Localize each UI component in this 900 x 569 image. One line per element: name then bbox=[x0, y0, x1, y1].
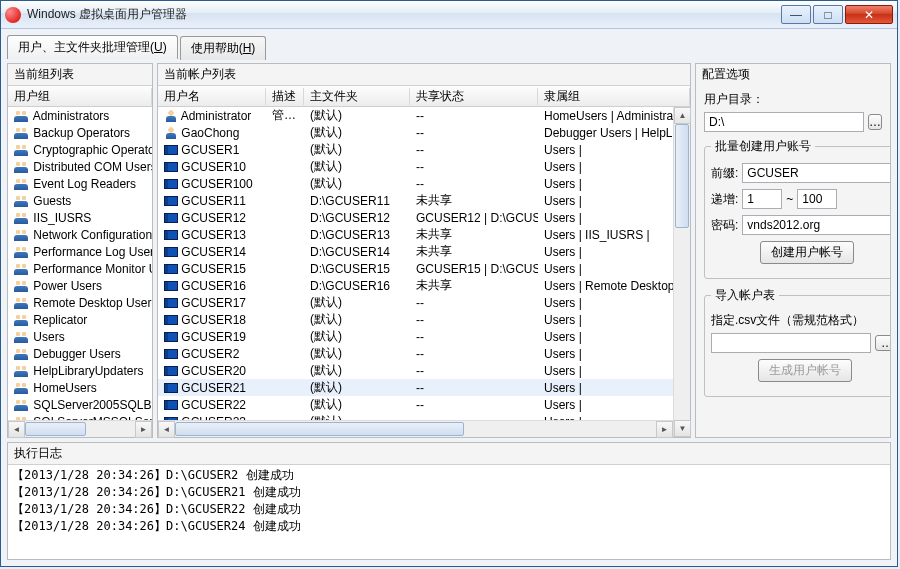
account-icon bbox=[164, 315, 178, 325]
userdir-label: 用户目录： bbox=[704, 91, 882, 108]
import-fieldset: 导入帐户表 指定.csv文件（需规范格式） … 生成用户帐号 bbox=[704, 287, 890, 397]
user-row[interactable]: GCUSER20(默认)--Users | bbox=[158, 362, 673, 379]
maximize-button[interactable]: □ bbox=[813, 5, 843, 24]
scroll-down-icon[interactable]: ▼ bbox=[674, 420, 691, 437]
user-row[interactable]: GCUSER13D:\GCUSER13未共享Users | IIS_IUSRS … bbox=[158, 226, 673, 243]
users-icon bbox=[14, 331, 30, 343]
prefix-label: 前缀: bbox=[711, 165, 738, 182]
browse-csv-button[interactable]: … bbox=[875, 335, 890, 351]
password-input[interactable] bbox=[742, 215, 890, 235]
app-icon bbox=[5, 7, 21, 23]
user-row[interactable]: GCUSER19(默认)--Users | bbox=[158, 328, 673, 345]
group-row[interactable]: Users bbox=[8, 328, 152, 345]
csv-label: 指定.csv文件（需规范格式） bbox=[711, 312, 890, 329]
col-username[interactable]: 用户名 bbox=[158, 88, 266, 105]
increment-label: 递增: bbox=[711, 191, 738, 208]
account-icon bbox=[164, 281, 178, 291]
scroll-up-icon[interactable]: ▲ bbox=[674, 107, 691, 124]
prefix-input[interactable] bbox=[742, 163, 890, 183]
users-icon bbox=[14, 229, 30, 241]
increment-to-input[interactable] bbox=[797, 189, 837, 209]
user-row[interactable]: GCUSER2(默认)--Users | bbox=[158, 345, 673, 362]
userdir-input[interactable] bbox=[704, 112, 864, 132]
group-row[interactable]: Administrators bbox=[8, 107, 152, 124]
user-row[interactable]: GCUSER10(默认)--Users | bbox=[158, 158, 673, 175]
scroll-h-left[interactable]: ◄ ► bbox=[8, 420, 152, 437]
group-row[interactable]: Guests bbox=[8, 192, 152, 209]
password-label: 密码: bbox=[711, 217, 738, 234]
user-row[interactable]: GaoChong(默认)--Debugger Users | HelpLibra… bbox=[158, 124, 673, 141]
group-row[interactable]: Network Configuration O bbox=[8, 226, 152, 243]
generate-users-button[interactable]: 生成用户帐号 bbox=[758, 359, 852, 382]
group-row[interactable]: SQLServer2005SQLBrow bbox=[8, 396, 152, 413]
group-row[interactable]: HomeUsers bbox=[8, 379, 152, 396]
group-row[interactable]: SQLServerMSSQLServer bbox=[8, 413, 152, 420]
user-row[interactable]: GCUSER12D:\GCUSER12GCUSER12 | D:\GCUSER1… bbox=[158, 209, 673, 226]
user-row[interactable]: GCUSER22(默认)--Users | bbox=[158, 396, 673, 413]
account-icon bbox=[164, 298, 178, 308]
group-row[interactable]: Debugger Users bbox=[8, 345, 152, 362]
col-home[interactable]: 主文件夹 bbox=[304, 88, 410, 105]
window-title: Windows 虚拟桌面用户管理器 bbox=[27, 6, 779, 23]
group-row[interactable]: IIS_IUSRS bbox=[8, 209, 152, 226]
group-row[interactable]: Power Users bbox=[8, 277, 152, 294]
users-icon bbox=[14, 246, 30, 258]
group-row[interactable]: Backup Operators bbox=[8, 124, 152, 141]
group-row[interactable]: Performance Monitor Us bbox=[8, 260, 152, 277]
scroll-h-center[interactable]: ◄ ► bbox=[158, 420, 673, 437]
group-row[interactable]: Distributed COM Users bbox=[8, 158, 152, 175]
tab-help-label: 使用帮助 bbox=[191, 41, 239, 55]
users-icon bbox=[14, 263, 30, 275]
user-row[interactable]: Administrator管…(默认)--HomeUsers | Adminis… bbox=[158, 107, 673, 124]
create-users-button[interactable]: 创建用户帐号 bbox=[760, 241, 854, 264]
account-icon bbox=[164, 145, 178, 155]
user-row[interactable]: GCUSER21(默认)--Users | bbox=[158, 379, 673, 396]
close-button[interactable]: ✕ bbox=[845, 5, 893, 24]
user-row[interactable]: GCUSER17(默认)--Users | bbox=[158, 294, 673, 311]
user-row[interactable]: GCUSER23(默认)--Users | bbox=[158, 413, 673, 420]
log-title: 执行日志 bbox=[8, 443, 890, 464]
scroll-right-icon[interactable]: ► bbox=[135, 421, 152, 438]
users-icon bbox=[14, 348, 30, 360]
account-icon bbox=[164, 213, 178, 223]
user-icon bbox=[164, 127, 178, 139]
group-row[interactable]: Cryptographic Operator bbox=[8, 141, 152, 158]
panel-groups: 当前组列表 用户组 Administrators Backup Operator… bbox=[7, 63, 153, 438]
tab-manage[interactable]: 用户、主文件夹批理管理(U) bbox=[7, 35, 178, 59]
account-icon bbox=[164, 247, 178, 257]
users-icon bbox=[14, 416, 30, 420]
group-row[interactable]: Event Log Readers bbox=[8, 175, 152, 192]
user-icon bbox=[164, 110, 178, 122]
browse-dir-button[interactable]: … bbox=[868, 114, 882, 130]
panel-config: 配置选项 用户目录： … 批量创建用户账号 前缀: 递增 bbox=[695, 63, 891, 438]
tab-help[interactable]: 使用帮助(H) bbox=[180, 36, 267, 60]
user-row[interactable]: GCUSER16D:\GCUSER16未共享Users | Remote Des… bbox=[158, 277, 673, 294]
group-row[interactable]: HelpLibraryUpdaters bbox=[8, 362, 152, 379]
users-icon bbox=[14, 161, 30, 173]
user-row[interactable]: GCUSER1(默认)--Users | bbox=[158, 141, 673, 158]
log-line: 【2013/1/28 20:34:26】D:\GCUSER24 创建成功 bbox=[12, 518, 886, 535]
scroll-left-icon[interactable]: ◄ bbox=[8, 421, 25, 438]
group-row[interactable]: Remote Desktop Users bbox=[8, 294, 152, 311]
col-group[interactable]: 隶属组 bbox=[538, 88, 690, 105]
scroll-right-icon[interactable]: ► bbox=[656, 421, 673, 438]
scroll-v-center[interactable]: ▲ ▼ bbox=[673, 107, 690, 437]
increment-from-input[interactable] bbox=[742, 189, 782, 209]
csv-path-input[interactable] bbox=[711, 333, 871, 353]
col-desc[interactable]: 描述 bbox=[266, 88, 304, 105]
account-icon bbox=[164, 162, 178, 172]
account-icon bbox=[164, 349, 178, 359]
user-row[interactable]: GCUSER100(默认)--Users | bbox=[158, 175, 673, 192]
scroll-left-icon[interactable]: ◄ bbox=[158, 421, 175, 438]
col-group[interactable]: 用户组 bbox=[8, 88, 152, 105]
minimize-button[interactable]: — bbox=[781, 5, 811, 24]
col-share[interactable]: 共享状态 bbox=[410, 88, 538, 105]
user-row[interactable]: GCUSER14D:\GCUSER14未共享Users | bbox=[158, 243, 673, 260]
user-row[interactable]: GCUSER11D:\GCUSER11未共享Users | bbox=[158, 192, 673, 209]
user-row[interactable]: GCUSER15D:\GCUSER15GCUSER15 | D:\GCUSER1… bbox=[158, 260, 673, 277]
users-icon bbox=[14, 314, 30, 326]
users-icon bbox=[14, 127, 30, 139]
group-row[interactable]: Performance Log Users bbox=[8, 243, 152, 260]
user-row[interactable]: GCUSER18(默认)--Users | bbox=[158, 311, 673, 328]
group-row[interactable]: Replicator bbox=[8, 311, 152, 328]
